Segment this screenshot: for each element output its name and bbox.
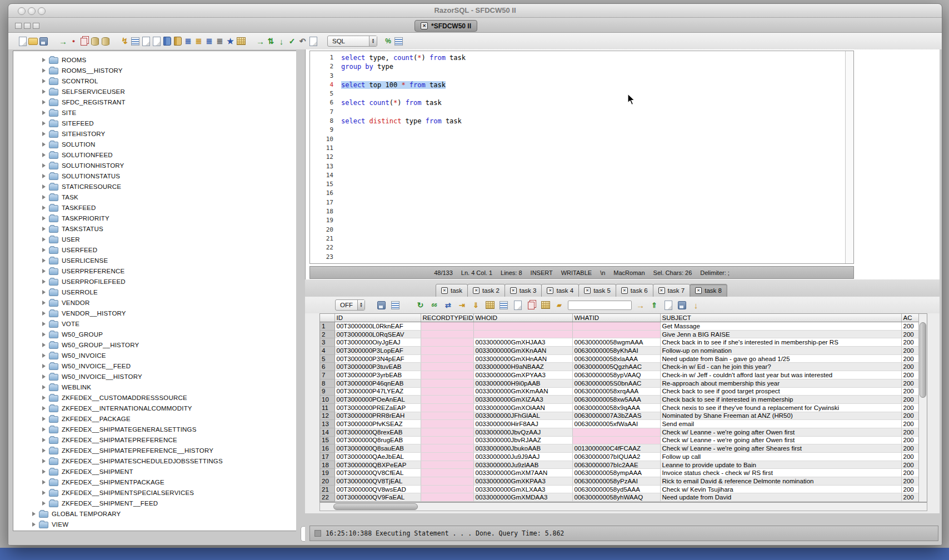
cell[interactable]: 00T3000000QV8wsEAD [334,485,421,493]
tree-item[interactable]: SITEHISTORY [13,128,297,139]
connect-icon[interactable]: → [58,36,68,47]
refresh-page-icon[interactable] [151,36,162,47]
cell[interactable]: 00T3000000QV9FaEAL [334,493,421,502]
chevron-right-icon[interactable] [42,385,46,389]
tree-item[interactable]: ZKFEDEX__SHIPMATEPREFERENCE__HISTORY [13,445,297,456]
chevron-right-icon[interactable] [42,163,46,168]
cell[interactable] [572,322,660,331]
cell[interactable]: 00630000007bIc2AAE [572,461,660,469]
result-tab[interactable]: ✕task 6 [616,284,653,297]
list-blue-icon[interactable]: ≣ [183,36,193,47]
chevron-right-icon[interactable] [42,459,46,463]
close-tab-icon[interactable]: ✕ [658,287,665,294]
table-row[interactable]: 1400T3000000Q8rexEAB0033000000JbvQzAAJCh… [320,428,919,436]
close-tab-icon[interactable]: ✕ [547,287,553,294]
tree-item[interactable]: TASK [13,192,297,202]
cell[interactable] [421,493,473,502]
chevron-right-icon[interactable] [42,417,46,421]
chevron-right-icon[interactable] [42,332,46,337]
frame-control-icon[interactable] [15,23,22,29]
cell[interactable]: Leanne to provide update to Bain [660,461,901,469]
tree-item[interactable]: ZKFEDEX__PACKAGE [13,413,297,424]
chevron-right-icon[interactable] [42,206,46,210]
go-icon[interactable]: → [255,36,266,47]
cell[interactable]: 200 [901,347,919,355]
cell[interactable]: 0033000000Ju9J9AAJ [473,453,572,461]
close-tab-icon[interactable]: ✕ [510,287,517,294]
chevron-right-icon[interactable] [42,121,46,126]
page-view-icon[interactable] [512,300,523,311]
tree-view-icon[interactable] [498,300,509,311]
cell[interactable]: 200 [901,387,919,396]
cell[interactable] [473,322,572,331]
cell[interactable]: 006300000058ympAAA [572,469,660,477]
chevron-right-icon[interactable] [42,480,46,484]
code-line[interactable] [341,234,845,243]
tree-item[interactable]: USERPROFILEFEED [13,276,297,287]
tree-item[interactable]: STATICRESOURCE [13,181,297,192]
cell[interactable]: 200 [901,363,919,371]
cell[interactable]: 200 [901,485,919,493]
cell[interactable] [421,461,473,469]
column-header[interactable]: WHOID [473,314,572,322]
cell[interactable] [421,347,473,355]
cell[interactable] [421,428,473,436]
cell[interactable]: 00630000005S0bnAAC [572,379,660,387]
chevron-right-icon[interactable] [42,353,46,358]
tree-item[interactable]: W50_INVOICE [13,350,297,361]
table-hscroll-thumb[interactable] [333,503,418,510]
cell[interactable]: 200 [901,493,919,502]
cell[interactable]: 00T3000000P3N4pEAF [334,354,421,363]
cell[interactable]: Nominated by Shane Freeman at ANZ (HR50) [660,412,901,420]
cell[interactable] [421,363,473,371]
tree-item[interactable]: USERPREFERENCE [13,266,297,276]
cell[interactable]: 00T3000000PfvKSEAZ [334,420,421,428]
save-results-icon[interactable] [376,300,387,311]
cell[interactable]: Check w/ Leanne - we're going after Shea… [660,444,901,453]
chevron-right-icon[interactable] [42,195,46,199]
cell[interactable]: 00630000007bIQUAA2 [572,453,660,461]
cell[interactable]: Check back to see if interested in membe… [660,396,901,404]
cell[interactable] [421,412,473,420]
cell[interactable]: 00T3000000P46qnEAB [334,379,421,387]
table-row[interactable]: 1500T3000000Q8rugEAB0033000000JbvRJAAZCh… [320,436,919,444]
chevron-right-icon[interactable] [42,406,46,411]
cell[interactable]: 0033000000GmXKmAAN [473,387,572,396]
chevron-right-icon[interactable] [42,491,46,495]
chevron-right-icon[interactable] [42,301,46,305]
chevron-right-icon[interactable] [42,501,46,506]
table-row[interactable]: 1100T3000000PREZaEAP0033000000GmXOiAAN00… [320,403,919,412]
chevron-right-icon[interactable] [42,227,46,231]
chevron-right-icon[interactable] [42,237,46,242]
cell[interactable] [421,420,473,428]
edit-list-icon[interactable]: ≣ [214,36,225,47]
autocommit-select[interactable]: OFF▲▼ [335,299,365,311]
export-list-icon[interactable]: ≣ [193,36,204,47]
cell[interactable] [421,436,473,444]
book-gold-icon[interactable] [172,36,183,47]
cell[interactable] [421,485,473,493]
result-tab[interactable]: ✕task 2 [467,284,505,297]
code-line[interactable]: select type, count(*) from task [341,53,845,62]
chevron-right-icon[interactable] [42,184,46,189]
table-row[interactable]: 800T3000000P46qnEAB0033000000H9i0pAAB006… [320,379,919,387]
tree-item[interactable]: SOLUTIONSTATUS [13,171,297,181]
close-tab-icon[interactable]: ✕ [441,287,448,294]
notepad-icon[interactable] [663,300,673,311]
tree-item[interactable]: USERROLE [13,287,297,297]
cell[interactable]: 200 [901,338,919,347]
open-folder-icon[interactable] [28,36,38,47]
book-blue-icon[interactable] [162,36,172,47]
cell[interactable] [421,322,473,331]
fetch-icon[interactable]: ↓ [276,36,287,47]
tree-item[interactable]: ZKFEDEX__INTERNATIONALCOMMODITY [13,403,297,413]
links-icon[interactable]: % [383,36,393,47]
chevron-right-icon[interactable] [42,343,46,347]
cell[interactable] [421,387,473,396]
chevron-right-icon[interactable] [42,427,46,432]
code-line[interactable]: group by type [341,62,845,71]
cell[interactable]: 200 [901,412,919,420]
cell[interactable]: 00T3000000QBXPeEAP [334,461,421,469]
tree-item[interactable]: TASKSTATUS [13,223,297,234]
cell[interactable] [421,379,473,387]
